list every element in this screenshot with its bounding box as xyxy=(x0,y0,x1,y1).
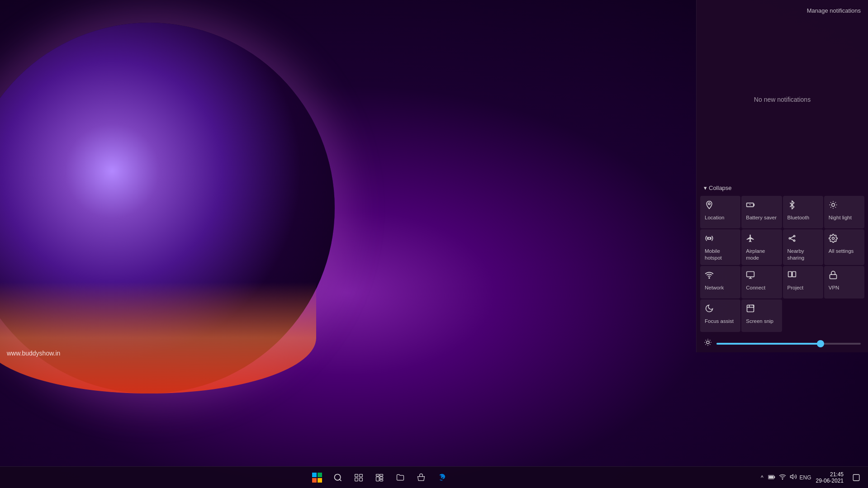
svg-line-35 xyxy=(710,344,710,345)
quick-tile-network[interactable]: Network xyxy=(700,266,740,298)
taskbar-right: ^ xyxy=(759,468,868,488)
svg-point-18 xyxy=(709,278,710,279)
svg-line-34 xyxy=(706,340,706,341)
all-settings-label: All settings xyxy=(829,248,854,255)
notifications-area: No new notifications xyxy=(697,18,868,181)
svg-rect-41 xyxy=(318,478,322,483)
tray-volume-icon[interactable] xyxy=(789,472,798,483)
svg-rect-46 xyxy=(355,478,358,481)
svg-rect-39 xyxy=(318,473,322,477)
quick-tile-focus-assist[interactable]: Focus assist xyxy=(700,299,740,332)
quick-tile-battery-saver[interactable]: Battery saver xyxy=(741,196,782,228)
quick-tile-mobile-hotspot[interactable]: Mobile hotspot xyxy=(700,229,740,265)
network-icon xyxy=(705,270,714,282)
quick-tile-vpn[interactable]: VPN xyxy=(824,266,864,298)
focus-assist-icon xyxy=(705,304,714,315)
clock-time: 21:45 xyxy=(830,471,844,478)
night-light-label: Night light xyxy=(829,214,852,221)
svg-line-7 xyxy=(830,202,831,203)
nearby-sharing-icon xyxy=(787,234,797,245)
brightness-slider[interactable] xyxy=(716,343,861,345)
quick-tile-bluetooth[interactable]: Bluetooth xyxy=(783,196,823,228)
svg-point-12 xyxy=(789,237,790,239)
quick-tile-nearby-sharing[interactable]: Nearby sharing xyxy=(783,229,823,265)
svg-rect-25 xyxy=(830,275,836,279)
svg-line-36 xyxy=(706,344,706,345)
focus-assist-label: Focus assist xyxy=(705,318,734,325)
system-clock[interactable]: 21:45 29-06-2021 xyxy=(813,470,846,485)
mobile-hotspot-icon xyxy=(705,234,714,245)
svg-line-15 xyxy=(790,237,793,238)
mobile-hotspot-label: Mobile hotspot xyxy=(705,248,736,261)
svg-rect-55 xyxy=(768,476,773,478)
svg-rect-48 xyxy=(376,474,379,476)
project-icon xyxy=(787,270,797,282)
battery-saver-label: Battery saver xyxy=(746,214,777,221)
quick-tile-night-light[interactable]: Night light xyxy=(824,196,864,228)
clock-date: 29-06-2021 xyxy=(816,478,844,484)
taskbar-left xyxy=(0,468,759,488)
location-icon xyxy=(705,200,714,212)
svg-line-8 xyxy=(835,207,835,208)
svg-rect-19 xyxy=(747,272,754,277)
tray-chevron[interactable]: ^ xyxy=(759,473,765,483)
desktop-planet xyxy=(0,23,335,393)
brightness-fill xyxy=(716,343,821,345)
svg-line-37 xyxy=(710,340,710,341)
connect-icon xyxy=(746,270,755,282)
airplane-mode-label: Airplane mode xyxy=(746,248,777,261)
manage-notifications-link[interactable]: Manage notifications xyxy=(807,7,861,14)
language-label[interactable]: ENG xyxy=(800,474,811,481)
collapse-button[interactable]: ▾ Collapse xyxy=(697,181,868,195)
svg-rect-44 xyxy=(355,474,358,477)
svg-rect-47 xyxy=(360,478,363,481)
svg-rect-52 xyxy=(380,479,383,481)
night-light-icon xyxy=(829,200,838,212)
desktop: www.buddyshow.in Manage notifications No… xyxy=(0,0,868,488)
search-button[interactable] xyxy=(328,468,348,488)
collapse-chevron-icon: ▾ xyxy=(704,185,707,191)
store-button[interactable] xyxy=(411,468,431,488)
file-explorer-button[interactable] xyxy=(390,468,410,488)
quick-tile-location[interactable]: Location xyxy=(700,196,740,228)
svg-rect-51 xyxy=(380,477,383,479)
location-label: Location xyxy=(705,214,724,221)
notification-center-button[interactable] xyxy=(848,468,864,488)
widgets-button[interactable] xyxy=(370,468,389,488)
svg-point-29 xyxy=(707,341,709,344)
quick-tile-all-settings[interactable]: All settings xyxy=(824,229,864,265)
website-label: www.buddyshow.in xyxy=(7,350,60,357)
quick-tile-connect[interactable]: Connect xyxy=(741,266,782,298)
tray-battery-icon[interactable] xyxy=(767,473,776,482)
tray-icons xyxy=(767,472,798,483)
taskbar: ^ xyxy=(0,466,868,488)
svg-point-11 xyxy=(708,237,711,240)
svg-point-14 xyxy=(793,240,795,241)
screen-snip-label: Screen snip xyxy=(746,318,773,325)
svg-line-16 xyxy=(790,239,793,240)
network-label: Network xyxy=(705,284,724,291)
svg-rect-54 xyxy=(774,476,775,478)
task-view-button[interactable] xyxy=(349,468,369,488)
svg-rect-23 xyxy=(792,272,796,277)
svg-rect-58 xyxy=(853,474,859,481)
edge-button[interactable] xyxy=(432,468,452,488)
quick-tile-screen-snip[interactable]: Screen snip xyxy=(741,299,782,332)
vpn-label: VPN xyxy=(829,284,840,291)
svg-point-2 xyxy=(831,204,835,207)
quick-tile-project[interactable]: Project xyxy=(783,266,823,298)
bluetooth-label: Bluetooth xyxy=(787,214,810,221)
collapse-label: Collapse xyxy=(709,185,732,191)
tray-network-icon[interactable] xyxy=(778,472,787,483)
screen-snip-icon xyxy=(746,304,755,315)
svg-rect-50 xyxy=(376,477,379,481)
start-button[interactable] xyxy=(307,468,327,488)
vpn-icon xyxy=(829,270,838,282)
taskbar-center-icons xyxy=(307,468,452,488)
svg-rect-26 xyxy=(747,305,754,312)
svg-rect-49 xyxy=(380,474,383,476)
svg-rect-40 xyxy=(312,478,317,483)
nearby-sharing-label: Nearby sharing xyxy=(787,248,819,261)
quick-tile-airplane-mode[interactable]: Airplane mode xyxy=(741,229,782,265)
brightness-thumb[interactable] xyxy=(817,340,824,347)
